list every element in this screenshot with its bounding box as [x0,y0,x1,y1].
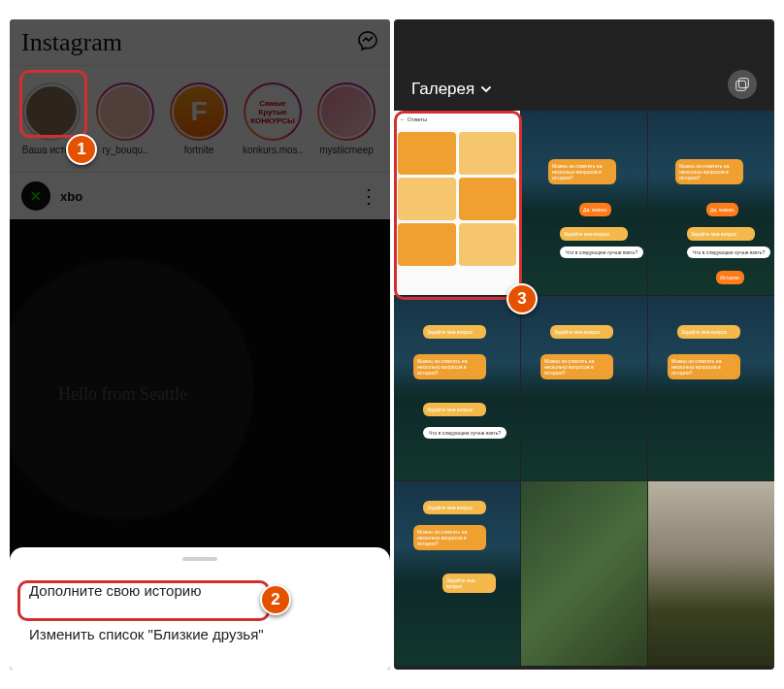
sticker-text: Можно ли ответить на несколько вопросов … [540,354,613,379]
instagram-feed-screen: Instagram Ваша истор.. ry_bouqu.. F fort… [10,19,390,670]
gallery-thumb[interactable]: Задайте мне вопрос Можно ли ответить на … [521,296,647,480]
gallery-thumb[interactable] [648,481,774,666]
sticker-text: Задайте мне вопрос [560,227,628,241]
story-label: mystiicmeep [319,145,374,155]
sheet-handle[interactable] [182,557,217,561]
post-image[interactable]: Hello from Seattle [10,219,390,559]
instagram-header: Instagram [10,19,390,66]
story-fortnite[interactable]: F fortnite [165,82,233,155]
sticker-text: Задайте мне вопрос [423,501,486,514]
gallery-grid: ← Ответы Можно ли ответить на несколько … [394,111,774,670]
gallery-title-text: Галерея [411,80,474,99]
instagram-logo: Instagram [21,28,122,57]
sticker-text: Задайте мне вопрос [442,574,496,593]
sticker-text: Задайте мне вопрос [677,325,740,339]
your-story[interactable]: Ваша истор.. [17,82,85,155]
story-konkurs[interactable]: Самые Крутые КОНКУРСЫ konkurs.mos.. [239,82,307,155]
gallery-thumb-screenshot[interactable]: ← Ответы [394,111,520,295]
your-story-label: Ваша истор.. [22,145,81,155]
sticker-text: Что в следующем лучше взять? [560,246,643,258]
post-header: ✕ xbo ⋮ [10,173,390,219]
messenger-icon[interactable] [357,30,378,55]
svg-rect-0 [738,79,748,88]
gallery-thumb[interactable]: Можно ли ответить на несколько вопросов … [521,111,647,295]
post-caption: Hello from Seattle [58,384,187,405]
sticker-text: Задайте мне вопрос [423,403,486,416]
sticker-text: Да, можно. [579,203,611,216]
add-to-story-option[interactable]: Дополните свою историю [10,569,390,612]
thumb-header-label: Ответы [408,116,428,122]
sticker-text: Задайте мне вопрос [550,325,613,339]
gallery-picker-screen: Галерея ← Ответы Можно ли ответить на не… [394,19,774,670]
story-bouquet[interactable]: ry_bouqu.. [91,82,159,155]
chevron-down-icon [480,83,492,95]
gallery-thumb[interactable]: Задайте мне вопрос Можно ли ответить на … [394,481,520,666]
post-username[interactable]: xbo [60,189,82,204]
gallery-thumb[interactable]: Можно ли ответить на несколько вопросов … [648,111,774,295]
sticker-text: Да, можно. [706,203,738,216]
story-mystic[interactable]: mystiicmeep [312,82,380,155]
gallery-header: Галерея [394,19,774,111]
post-more-icon[interactable]: ⋮ [359,184,378,208]
story-label: fortnite [184,145,214,155]
gallery-thumb[interactable]: Задайте мне вопрос Можно ли ответить на … [394,296,520,480]
sticker-text: Что в следующем лучше взять? [423,427,506,439]
sticker-text: Задайте мне вопрос [423,325,486,339]
story-label: konkurs.mos.. [243,145,303,155]
stories-row: Ваша истор.. ry_bouqu.. F fortnite Самые… [10,66,390,173]
sticker-text: Можно ли ответить на несколько вопросов … [413,525,486,550]
sticker-text: Истории. [716,271,744,284]
sticker-text: Задайте мне вопрос [687,227,755,241]
gallery-dropdown[interactable]: Галерея [411,80,492,99]
post-avatar[interactable]: ✕ [21,181,50,211]
svg-rect-1 [736,81,746,90]
multi-select-icon[interactable] [728,70,757,99]
sticker-text: Можно ли ответить на несколько вопросов … [668,354,740,379]
gallery-thumb[interactable] [521,481,647,666]
story-label: ry_bouqu.. [102,145,147,155]
gallery-thumb[interactable]: Задайте мне вопрос Можно ли ответить на … [648,296,774,480]
bottom-sheet: Дополните свою историю Изменить список "… [10,547,390,670]
sticker-text: Можно ли ответить на несколько вопросов … [548,159,616,184]
close-friends-option[interactable]: Изменить список "Близкие друзья" [10,612,390,656]
sticker-text: Можно ли ответить на несколько вопросов … [413,354,486,379]
sticker-text: Можно ли ответить на несколько вопросов … [675,159,743,184]
sticker-text: Что в следующем лучше взять? [687,246,770,258]
